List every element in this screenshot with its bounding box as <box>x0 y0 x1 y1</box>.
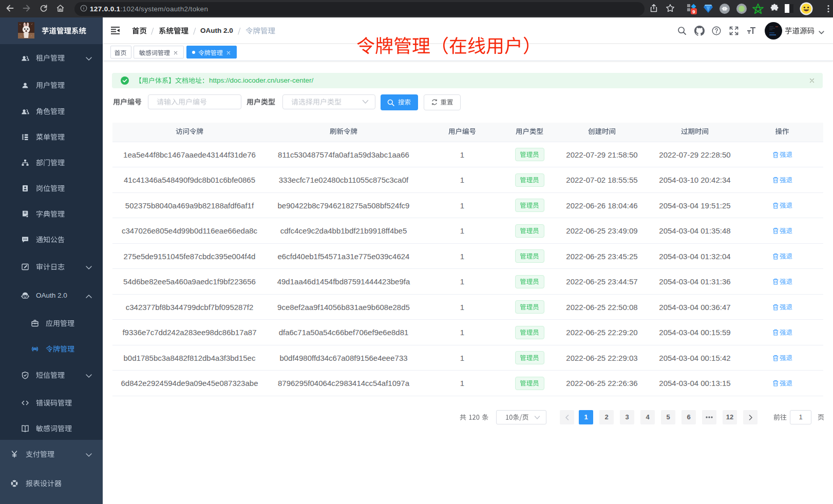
svg-text:9: 9 <box>692 9 695 14</box>
svg-text:A: A <box>34 347 36 351</box>
